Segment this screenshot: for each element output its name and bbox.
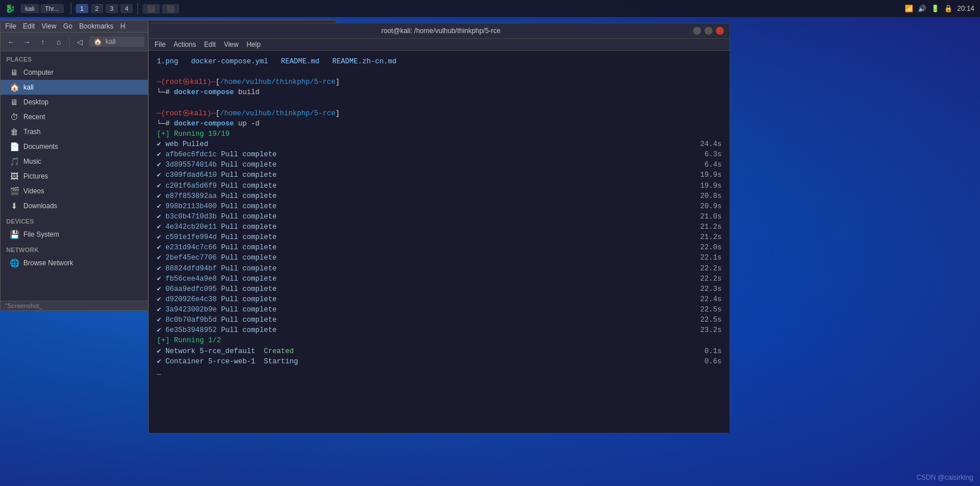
- terminal-titlebar: root@kali: /home/vulhub/thinkphp/5-rce: [149, 23, 730, 39]
- terminal-running1: [+] Running 19/19: [157, 129, 722, 139]
- sidebar-item-documents[interactable]: 📄 Documents: [1, 139, 148, 154]
- network-header: Network: [1, 242, 148, 256]
- sidebar-item-computer[interactable]: 🖥 Computer: [1, 65, 148, 80]
- recent-icon: ⏱: [10, 112, 19, 122]
- terminal-pull-item-10: ✔ 2bef45ec7706 Pull complete 22.1s: [157, 253, 722, 263]
- fm-menu-view[interactable]: View: [42, 22, 56, 30]
- fm-body: Places 🖥 Computer 🏠 kali 🖥 Desktop ⏱ Rec…: [1, 51, 148, 301]
- terminal-pull-item-17: ✔ 6e35b3948952 Pull complete 23.2s: [157, 325, 722, 335]
- terminal-pull-item-9: ✔ e231d94c7c66 Pull complete 22.0s: [157, 242, 722, 253]
- fm-menu-edit[interactable]: Edit: [23, 22, 35, 30]
- terminal-pull-item-4: ✔ e87f853892aa Pull complete 20.8s: [157, 191, 722, 201]
- fm-back-btn[interactable]: ←: [4, 35, 18, 48]
- fm-up-btn[interactable]: ↑: [36, 35, 50, 48]
- pictures-icon: 🖼: [10, 172, 19, 181]
- sidebar-item-downloads-label: Downloads: [23, 202, 57, 210]
- filesystem-icon: 💾: [10, 230, 19, 239]
- terminal-web-pulled: ✔ web Pulled 24.4s: [157, 139, 722, 149]
- sidebar-item-computer-label: Computer: [23, 68, 54, 76]
- terminal-body[interactable]: 1.png docker-compose.yml README.md READM…: [149, 51, 730, 433]
- sidebar-item-kali-label: kali: [23, 83, 34, 91]
- terminal-prompt2: ─(root㉿kali)─[/home/vulhub/thinkphp/5-rc…: [157, 108, 722, 119]
- sidebar-item-downloads[interactable]: ⬇ Downloads: [1, 199, 148, 213]
- fm-sidebar: Places 🖥 Computer 🏠 kali 🖥 Desktop ⏱ Rec…: [1, 51, 148, 301]
- sidebar-item-recent[interactable]: ⏱ Recent: [1, 110, 148, 124]
- terminal-pull-item-14: ✔ d920926e4c38 Pull complete 22.4s: [157, 294, 722, 305]
- fm-menu-go[interactable]: Go: [63, 22, 72, 30]
- sidebar-item-pictures[interactable]: 🖼 Pictures: [1, 169, 148, 184]
- sidebar-item-trash[interactable]: 🗑 Trash: [1, 124, 148, 139]
- sidebar-item-videos-label: Videos: [23, 187, 44, 195]
- sidebar-item-kali[interactable]: 🏠 kali: [1, 80, 148, 95]
- taskbar-left-icons: 🐉 kali Thr... 1 2 3 4 ⬛ ⬛: [0, 2, 183, 15]
- fm-location-home-icon: 🏠: [94, 38, 102, 46]
- terminal-running2: [+] Running 1/2: [157, 335, 722, 346]
- taskbar-btn-kali[interactable]: kali: [21, 4, 39, 13]
- fm-menu-h[interactable]: H: [120, 22, 125, 30]
- sidebar-item-desktop[interactable]: 🖥 Desktop: [1, 95, 148, 110]
- taskbar-btn-4[interactable]: 4: [120, 4, 133, 13]
- terminal-cursor: _: [157, 367, 722, 377]
- terminal-network-line: ✔ Network 5-rce_default Created 0.1s: [157, 346, 722, 357]
- fm-location-text: kali: [106, 38, 116, 46]
- places-header: Places: [1, 51, 148, 65]
- sidebar-item-videos[interactable]: 🎬 Videos: [1, 184, 148, 199]
- fm-location-bar[interactable]: 🏠 kali: [89, 37, 144, 47]
- fm-menu-bookmarks[interactable]: Bookmarks: [79, 22, 114, 30]
- sidebar-item-pictures-label: Pictures: [23, 172, 48, 180]
- fm-prev-btn[interactable]: ◁: [73, 35, 87, 48]
- lock-icon: 🔒: [944, 5, 953, 13]
- fm-home-btn[interactable]: ⌂: [52, 35, 66, 48]
- desktop-icon: 🖥: [10, 98, 19, 107]
- network-icon: 🌐: [10, 258, 19, 268]
- sidebar-item-music[interactable]: 🎵 Music: [1, 154, 148, 169]
- clock: 20:14: [957, 5, 974, 13]
- terminal-pull-item-8: ✔ c591e1fe994d Pull complete 21.2s: [157, 232, 722, 242]
- sidebar-item-filesystem-label: File System: [23, 230, 59, 238]
- separator: [71, 3, 71, 14]
- sidebar-item-trash-label: Trash: [23, 128, 41, 136]
- taskbar-btn-1[interactable]: 1: [76, 4, 88, 13]
- taskbar-btn-square2[interactable]: ⬛: [162, 4, 179, 14]
- terminal-file-list: 1.png docker-compose.yml README.md READM…: [157, 56, 722, 67]
- kali-menu-icon[interactable]: 🐉: [3, 2, 16, 15]
- terminal-pull-item-12: ✔ fb56cee4a9e8 Pull complete 22.2s: [157, 274, 722, 284]
- terminal-title: root@kali: /home/vulhub/thinkphp/5-rce: [189, 27, 693, 35]
- documents-icon: 📄: [10, 142, 19, 151]
- taskbar-btn-thr[interactable]: Thr...: [41, 4, 64, 13]
- taskbar-btn-square1[interactable]: ⬛: [143, 4, 160, 14]
- terminal-prompt1: ─(root㉿kali)─[/home/vulhub/thinkphp/5-rc…: [157, 77, 722, 87]
- terminal-pull-item-11: ✔ 88824dfd94bf Pull complete 22.2s: [157, 264, 722, 274]
- fm-forward-btn[interactable]: →: [20, 35, 34, 48]
- term-menu-file[interactable]: File: [155, 40, 165, 48]
- terminal-window: root@kali: /home/vulhub/thinkphp/5-rce F…: [148, 23, 730, 434]
- sidebar-item-network[interactable]: 🌐 Browse Network: [1, 256, 148, 270]
- term-menu-view[interactable]: View: [224, 40, 238, 48]
- term-menu-help[interactable]: Help: [246, 40, 261, 48]
- fm-menu-file[interactable]: File: [5, 22, 16, 30]
- term-menu-edit[interactable]: Edit: [204, 40, 216, 48]
- fm-toolbar: ← → ↑ ⌂ ◁ 🏠 kali: [1, 33, 148, 51]
- file-manager-window: File Edit View Go Bookmarks H ← → ↑ ⌂ ◁ …: [0, 20, 148, 311]
- terminal-container-line: ✔ Container 5-rce-web-1 Starting 0.6s: [157, 357, 722, 367]
- sidebar-item-music-label: Music: [23, 157, 41, 165]
- term-menu-actions[interactable]: Actions: [173, 40, 196, 48]
- taskbar-btn-3[interactable]: 3: [106, 4, 118, 13]
- devices-header: Devices: [1, 213, 148, 227]
- videos-icon: 🎬: [10, 187, 19, 196]
- computer-icon: 🖥: [10, 68, 19, 77]
- terminal-pull-item-0: ✔ afb6ec6fdc1c Pull complete 6.3s: [157, 149, 722, 160]
- terminal-minimize-btn[interactable]: [693, 27, 701, 35]
- taskbar-btn-2[interactable]: 2: [91, 4, 103, 13]
- sidebar-item-filesystem[interactable]: 💾 File System: [1, 227, 148, 242]
- terminal-menubar: File Actions Edit View Help: [149, 39, 730, 51]
- terminal-pull-item-6: ✔ b3c0b4710d3b Pull complete 21.0s: [157, 212, 722, 222]
- trash-icon: 🗑: [10, 127, 19, 136]
- terminal-close-btn[interactable]: [716, 27, 724, 35]
- terminal-maximize-btn[interactable]: [704, 27, 712, 35]
- fm-statusbar: "Screenshot_: [1, 301, 148, 310]
- fm-status-text: "Screenshot_: [5, 302, 43, 309]
- sidebar-item-documents-label: Documents: [23, 143, 58, 151]
- fm-toolbar-sep: [69, 36, 70, 47]
- terminal-pull-item-7: ✔ 4e342cb20e11 Pull complete 21.2s: [157, 222, 722, 232]
